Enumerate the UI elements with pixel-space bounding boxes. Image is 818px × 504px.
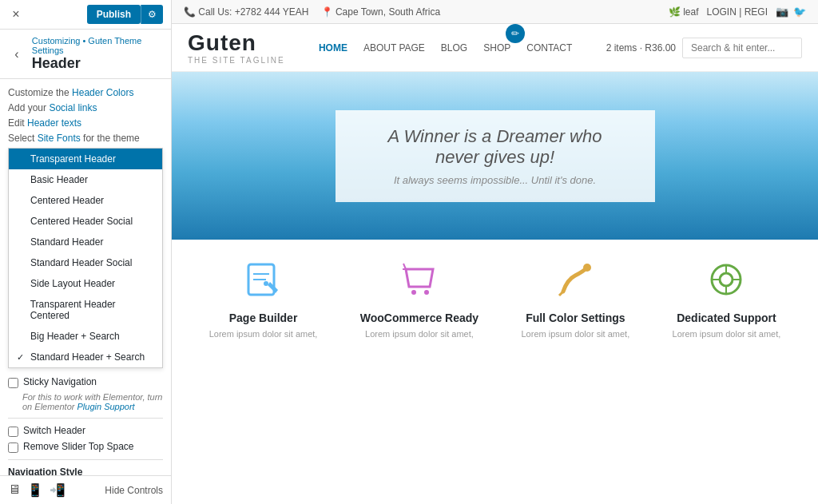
svg-line-7 xyxy=(403,264,406,269)
breadcrumb-link[interactable]: Customizing • Guten Theme Settings xyxy=(32,36,142,55)
sticky-nav-row: Sticky Navigation xyxy=(8,376,163,388)
hide-controls-button[interactable]: Hide Controls xyxy=(105,485,163,496)
dropdown-item-centered-header-social[interactable]: Centered Header Social xyxy=(9,211,162,232)
nav-item-blog[interactable]: BLOG xyxy=(441,42,467,54)
remove-slider-row: Remove Slider Top Space xyxy=(8,441,163,453)
header-texts-link[interactable]: Header texts xyxy=(27,117,81,129)
dedicated-support-desc: Lorem ipsum dolor sit amet, xyxy=(673,329,781,339)
hero-subtitle: It always seems impossible... Until it's… xyxy=(367,174,623,186)
bottom-controls: 🖥 📱 📲 Hide Controls xyxy=(0,475,171,504)
preview-topbar-right: 🌿 leaf LOGIN | REGI 📷 🐦 xyxy=(669,6,806,18)
woocommerce-title: WooCommerce Ready xyxy=(360,312,478,324)
svg-point-5 xyxy=(424,290,429,295)
dropdown-item-big-header-search[interactable]: Big Header + Search xyxy=(9,326,162,347)
page-builder-icon xyxy=(240,256,288,304)
svg-point-10 xyxy=(720,273,733,286)
cart-text[interactable]: 2 items · R36.00 xyxy=(606,42,676,54)
hide-controls-label: Hide Controls xyxy=(105,485,163,496)
header-style-dropdown: Transparent Header Basic Header Centered… xyxy=(8,148,163,368)
nav-item-shop[interactable]: SHOP xyxy=(483,42,510,54)
plugin-support-link[interactable]: Plugin Support xyxy=(77,402,135,411)
add-social-text: Add your Social links xyxy=(8,102,163,113)
left-panel: × Publish ⚙ ‹ Customizing • Guten Theme … xyxy=(0,0,172,504)
dropdown-item-centered-header[interactable]: Centered Header xyxy=(9,190,162,211)
dropdown-item-transparent-header-centered[interactable]: Transparent Header Centered xyxy=(9,294,162,326)
dropdown-item-standard-header-search[interactable]: ✓ Standard Header + Search xyxy=(9,347,162,367)
dropdown-item-basic-header[interactable]: Basic Header xyxy=(9,169,162,190)
site-nav: HOME ABOUT PAGE BLOG SHOP CONTACT xyxy=(319,42,572,54)
hero-title: A Winner is a Dreamer who never gives up… xyxy=(367,126,623,168)
remove-slider-checkbox[interactable] xyxy=(8,442,18,453)
dropdown-item-standard-header[interactable]: Standard Header xyxy=(9,232,162,252)
mobile-icon[interactable]: 📲 xyxy=(50,482,66,498)
dropdown-item-side-layout-header[interactable]: Side Layout Header xyxy=(9,273,162,294)
divider-1 xyxy=(8,418,163,419)
divider-2 xyxy=(8,459,163,460)
feature-woocommerce: WooCommerce Ready Lorem ipsum dolor sit … xyxy=(360,256,478,339)
phone-text: 📞 Call Us: +2782 444 YEAH xyxy=(184,6,309,18)
breadcrumb: Customizing • Guten Theme Settings xyxy=(32,36,163,55)
header-colors-link[interactable]: Header Colors xyxy=(72,87,133,98)
social-links-link[interactable]: Social links xyxy=(49,102,97,113)
search-input[interactable] xyxy=(682,38,802,58)
desktop-icon[interactable]: 🖥 xyxy=(8,482,21,498)
color-settings-desc: Lorem ipsum dolor sit amet, xyxy=(522,329,630,339)
color-settings-title: Full Color Settings xyxy=(522,312,630,324)
preview-topbar: 📞 Call Us: +2782 444 YEAH 📍 Cape Town, S… xyxy=(172,0,818,24)
remove-slider-label: Remove Slider Top Space xyxy=(23,441,134,452)
woocommerce-icon xyxy=(395,256,443,304)
page-builder-desc: Lorem ipsum dolor sit amet, xyxy=(209,329,318,339)
cart-area: 2 items · R36.00 xyxy=(606,38,802,58)
sticky-nav-label: Sticky Navigation xyxy=(23,376,97,387)
leaf-icon: 🌿 leaf xyxy=(669,6,699,18)
svg-point-3 xyxy=(264,281,268,286)
twitter-icon[interactable]: 🐦 xyxy=(793,6,806,18)
breadcrumb-wrap: Customizing • Guten Theme Settings Heade… xyxy=(32,36,163,72)
feature-dedicated-support: Dedicated Support Lorem ipsum dolor sit … xyxy=(673,256,781,339)
woocommerce-desc: Lorem ipsum dolor sit amet, xyxy=(360,329,478,339)
header-edit-pencil[interactable]: ✏ xyxy=(506,24,525,43)
site-fonts-link[interactable]: Site Fonts xyxy=(38,133,81,144)
customize-text: Customize the Header Colors xyxy=(8,87,163,98)
top-bar: × Publish ⚙ xyxy=(0,0,171,30)
nav-item-contact[interactable]: CONTACT xyxy=(526,42,572,54)
instagram-icon[interactable]: 📷 xyxy=(776,6,788,18)
publish-button[interactable]: Publish xyxy=(87,5,141,24)
sticky-nav-checkbox[interactable] xyxy=(8,378,18,388)
feature-page-builder: Page Builder Lorem ipsum dolor sit amet, xyxy=(209,256,318,339)
nav-style-label: Navigation Style xyxy=(8,466,163,475)
login-text: LOGIN | REGI xyxy=(707,6,768,18)
switch-header-label: Switch Header xyxy=(23,425,85,436)
svg-point-8 xyxy=(583,264,591,272)
bottom-icons: 🖥 📱 📲 xyxy=(8,482,66,498)
close-button[interactable]: × xyxy=(8,6,24,22)
publish-group: Publish ⚙ xyxy=(87,5,163,24)
back-button[interactable]: ‹ xyxy=(8,45,26,64)
gear-button[interactable]: ⚙ xyxy=(141,5,163,24)
select-fonts-text: Select Site Fonts for the theme xyxy=(8,133,163,144)
svg-point-4 xyxy=(411,290,416,295)
social-icons: 📷 🐦 xyxy=(776,6,806,18)
feature-color-settings: Full Color Settings Lorem ipsum dolor si… xyxy=(522,256,630,339)
switch-header-checkbox[interactable] xyxy=(8,427,18,437)
top-bar-left: × xyxy=(8,6,24,22)
panel-title: Header xyxy=(32,55,163,72)
sticky-nav-note: For this to work with Elementor, turn on… xyxy=(22,392,163,411)
nav-item-home[interactable]: HOME xyxy=(319,42,347,54)
dropdown-item-transparent-header[interactable]: Transparent Header xyxy=(9,149,162,169)
site-logo: Guten THE SITE TAGLINE xyxy=(188,30,285,65)
location-text: 📍 Cape Town, South Africa xyxy=(321,6,441,18)
switch-header-row: Switch Header xyxy=(8,425,163,437)
hero-section: A Winner is a Dreamer who never gives up… xyxy=(172,72,818,240)
tablet-icon[interactable]: 📱 xyxy=(27,482,43,498)
site-header: ✏ Guten THE SITE TAGLINE HOME ABOUT PAGE… xyxy=(172,24,818,72)
right-preview: 📞 Call Us: +2782 444 YEAH 📍 Cape Town, S… xyxy=(172,0,818,504)
page-builder-title: Page Builder xyxy=(209,312,318,324)
dropdown-item-standard-header-social[interactable]: Standard Header Social xyxy=(9,252,162,273)
edit-header-text: Edit Header texts xyxy=(8,117,163,129)
color-settings-icon xyxy=(551,256,599,304)
nav-item-about[interactable]: ABOUT PAGE xyxy=(363,42,425,54)
site-name: Guten xyxy=(188,30,285,56)
panel-content: Customize the Header Colors Add your Soc… xyxy=(0,79,171,475)
hero-overlay: A Winner is a Dreamer who never gives up… xyxy=(336,110,655,202)
